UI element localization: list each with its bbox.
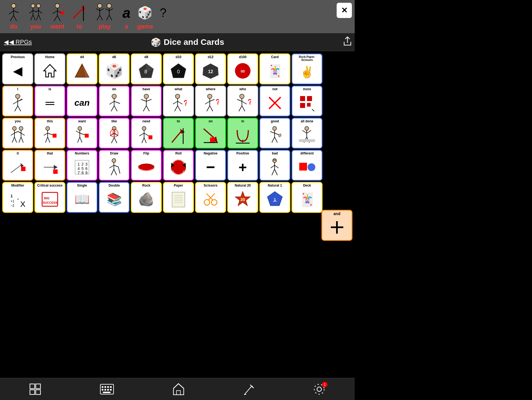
cell-double[interactable]: Double 📚 xyxy=(99,182,130,213)
cell-want[interactable]: want xyxy=(66,118,98,149)
cell-flip[interactable]: Flip xyxy=(131,150,162,181)
svg-line-114 xyxy=(48,133,53,135)
cell-natural-20[interactable]: Natural 20 20 xyxy=(227,182,258,213)
cell-label-need: need xyxy=(133,120,160,123)
cell-modifier[interactable]: Modifier 1 +1 −2 · X xyxy=(2,182,33,213)
svg-text:6: 6 xyxy=(85,166,88,171)
cell-that[interactable]: that xyxy=(34,150,65,181)
sentence-item-want[interactable]: want xyxy=(50,3,65,30)
cell-bad[interactable]: bad xyxy=(259,150,290,181)
svg-rect-96 xyxy=(300,103,305,108)
cell-it[interactable]: it xyxy=(2,150,33,181)
cell-d12[interactable]: d12 12 xyxy=(195,53,226,84)
cell-critical-success[interactable]: Critical success BIG SUCCESS xyxy=(34,182,65,213)
svg-text:0: 0 xyxy=(177,69,180,74)
cell-rps[interactable]: Rock-Paper-Scissors ✌️ xyxy=(291,53,323,84)
cell-label-what: what xyxy=(165,87,192,91)
svg-line-22 xyxy=(54,16,57,21)
svg-point-12 xyxy=(37,4,40,8)
cell-d100[interactable]: d100 00 xyxy=(227,53,258,84)
cell-icon-previous: ◀ xyxy=(13,59,22,82)
cell-need[interactable]: need xyxy=(131,118,162,149)
cell-label-double: Double xyxy=(101,184,128,187)
cell-numbers[interactable]: Numbers 1 2 3 4 5 6 7 8 9 xyxy=(66,150,98,181)
cell-is[interactable]: is ═ xyxy=(34,86,65,117)
cell-negative[interactable]: Negative − xyxy=(195,150,226,181)
cell-d4[interactable]: d4 xyxy=(66,53,98,84)
cell-to[interactable]: to xyxy=(163,118,194,149)
cell-i[interactable]: I xyxy=(2,86,33,117)
cell-draw[interactable]: Draw xyxy=(99,150,130,181)
nav-bar: ◀ ◀ RPGs 🎲 Dice and Cards xyxy=(0,33,355,51)
cell-icon-home xyxy=(42,59,58,82)
cell-home[interactable]: Home xyxy=(34,53,65,84)
sentence-item-game[interactable]: 🎲 game xyxy=(137,3,153,30)
cell-label-do2: do xyxy=(101,87,128,91)
title-text: Dice and Cards xyxy=(164,37,224,47)
cell-deck[interactable]: Deck 🃏 xyxy=(291,182,323,213)
cell-not[interactable]: not xyxy=(259,86,290,117)
cell-more[interactable]: more xyxy=(291,86,323,117)
cell-who[interactable]: who ? xyxy=(227,86,258,117)
sentence-item-a[interactable]: a a xyxy=(122,3,131,30)
sentence-item-play[interactable]: play xyxy=(94,3,116,30)
back-button[interactable]: ◀ ◀ RPGs xyxy=(3,38,32,46)
cell-different[interactable]: different xyxy=(291,150,323,181)
cell-on[interactable]: on xyxy=(195,118,226,149)
svg-marker-40 xyxy=(44,64,56,77)
cell-natural-1[interactable]: Natural 1 1 xyxy=(259,182,290,213)
cell-label-rock: Rock xyxy=(133,184,160,187)
cell-this[interactable]: this xyxy=(34,118,65,149)
cell-have[interactable]: have xyxy=(131,86,162,117)
svg-line-57 xyxy=(18,106,21,111)
cell-scissors[interactable]: Scissors xyxy=(195,182,226,213)
svg-line-138 xyxy=(144,138,146,143)
cell-roll[interactable]: Roll xyxy=(163,150,194,181)
cell-d10[interactable]: d10 0 xyxy=(163,53,194,84)
cell-where[interactable]: where ? xyxy=(195,86,226,117)
cell-do[interactable]: do xyxy=(99,86,130,117)
cell-previous[interactable]: Previous ◀ xyxy=(2,53,33,84)
cell-label-critical-success: Critical success xyxy=(36,184,63,187)
sentence-word-to: to xyxy=(76,23,82,30)
cell-what[interactable]: what ? xyxy=(163,86,194,117)
cell-in[interactable]: in xyxy=(227,118,258,149)
cell-icon-to xyxy=(170,123,186,147)
cell-positive[interactable]: Positive + xyxy=(227,150,258,181)
sentence-item-you[interactable]: you xyxy=(28,3,43,30)
cell-d8[interactable]: d8 8 xyxy=(131,53,162,84)
sentence-icon-to xyxy=(72,3,87,22)
svg-line-196 xyxy=(275,169,277,175)
cell-paper[interactable]: Paper xyxy=(163,182,194,213)
svg-line-162 xyxy=(11,164,22,173)
svg-line-68 xyxy=(146,99,152,101)
sentence-item-to[interactable]: to xyxy=(72,3,87,30)
svg-point-6 xyxy=(31,4,35,8)
cell-can[interactable]: can can xyxy=(66,86,98,117)
cell-label-you: you xyxy=(4,120,31,123)
cell-rock[interactable]: Rock 🪨 xyxy=(131,182,162,213)
cell-good[interactable]: good xyxy=(259,118,290,149)
cell-card[interactable]: Card 🃏 xyxy=(259,53,290,84)
close-button[interactable]: ✕ xyxy=(337,3,352,18)
page-title: 🎲 Dice and Cards xyxy=(32,37,343,47)
svg-point-18 xyxy=(55,4,60,8)
share-button[interactable] xyxy=(343,36,352,48)
cell-icon-do2 xyxy=(107,91,122,115)
cell-you[interactable]: you xyxy=(2,118,33,149)
sentence-item-do[interactable]: do xyxy=(6,3,21,30)
and-button[interactable]: and xyxy=(321,210,352,241)
svg-rect-139 xyxy=(149,135,152,139)
sentence-word-you: you xyxy=(30,23,41,30)
svg-rect-117 xyxy=(53,134,57,138)
cell-label-not: not xyxy=(261,87,288,91)
svg-line-14 xyxy=(36,11,39,12)
cell-single[interactable]: Single 📖 xyxy=(66,182,98,213)
cell-all-done[interactable]: all done xyxy=(291,118,323,149)
svg-point-215 xyxy=(211,200,217,205)
cell-icon-want xyxy=(74,123,90,147)
cell-icon-have xyxy=(139,91,154,115)
cell-like[interactable]: like xyxy=(99,118,130,149)
sentence-word-question: . xyxy=(162,23,164,30)
cell-d6[interactable]: d6 🎲 xyxy=(99,53,130,84)
